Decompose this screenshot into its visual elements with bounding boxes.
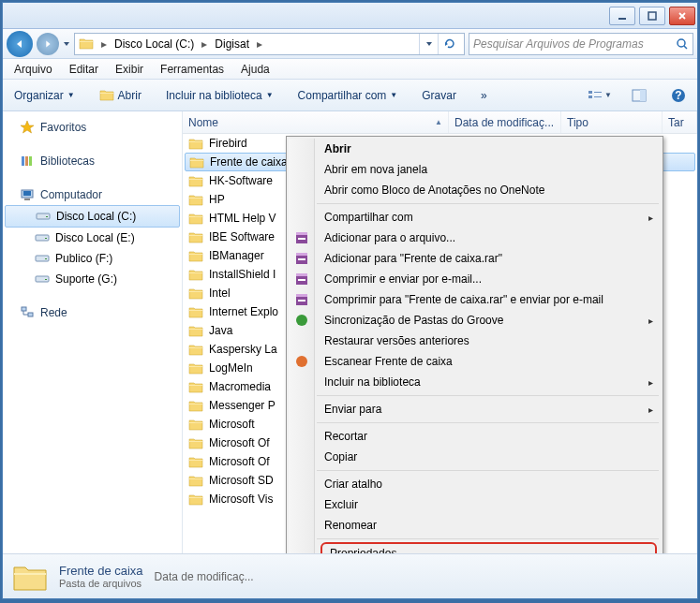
folder-icon bbox=[189, 156, 204, 169]
folder-icon bbox=[188, 437, 203, 449]
folder-icon bbox=[188, 400, 203, 412]
sidebar-drive-g[interactable]: Suporte (G:) bbox=[3, 269, 182, 289]
help-button[interactable]: ? bbox=[665, 85, 692, 106]
search-placeholder: Pesquisar Arquivos de Programas bbox=[473, 37, 644, 51]
file-name: Kaspersky La bbox=[209, 343, 277, 356]
menu-exibir[interactable]: Exibir bbox=[108, 61, 151, 78]
toolbar-more[interactable]: » bbox=[475, 85, 493, 106]
cm-add-rar[interactable]: Adicionar para "Frente de caixa.rar" bbox=[317, 248, 661, 269]
breadcrumb-sep-icon[interactable]: ▸ bbox=[200, 37, 209, 51]
cm-groove-sync[interactable]: Sincronização de Pastas do Groove bbox=[317, 310, 661, 331]
nav-history-dropdown[interactable] bbox=[63, 40, 70, 48]
menu-editar[interactable]: Editar bbox=[62, 61, 106, 78]
details-pane: Frente de caixa Pasta de arquivos Data d… bbox=[3, 553, 697, 598]
cm-restore-versions[interactable]: Restaurar versões anteriores bbox=[317, 331, 661, 351]
cm-properties[interactable]: Propriedades bbox=[320, 542, 657, 553]
file-name: HK-Software bbox=[209, 174, 273, 187]
breadcrumb-sep-icon[interactable]: ▸ bbox=[99, 37, 109, 51]
drive-icon bbox=[35, 230, 50, 245]
winrar-icon bbox=[294, 230, 309, 245]
folder-icon bbox=[188, 231, 203, 243]
file-name: Internet Explo bbox=[209, 305, 278, 318]
cm-open[interactable]: Abrir bbox=[317, 139, 661, 159]
file-name: Microsoft SD bbox=[209, 474, 274, 487]
address-dropdown[interactable] bbox=[419, 34, 438, 54]
open-button[interactable]: Abrir bbox=[94, 85, 147, 106]
file-name: HP bbox=[209, 193, 225, 206]
view-options-button[interactable]: ▼ bbox=[587, 85, 613, 106]
file-name: Macromedia bbox=[209, 380, 271, 393]
organize-button[interactable]: Organizar ▼ bbox=[8, 85, 81, 106]
menu-arquivo[interactable]: Arquivo bbox=[7, 61, 60, 78]
search-box[interactable]: Pesquisar Arquivos de Programas bbox=[469, 33, 693, 55]
cm-include-library[interactable]: Incluir na biblioteca bbox=[317, 372, 661, 392]
cm-cut[interactable]: Recortar bbox=[317, 426, 661, 447]
cm-rename[interactable]: Renomear bbox=[317, 515, 661, 536]
column-headers: Nome▲ Data de modificaç... Tipo Tar bbox=[183, 111, 697, 134]
cm-compress-rar-email[interactable]: Comprimir para "Frente de caixa.rar" e e… bbox=[317, 289, 661, 310]
details-name: Frente de caixa bbox=[59, 564, 143, 578]
burn-button[interactable]: Gravar bbox=[416, 85, 462, 106]
column-type[interactable]: Tipo bbox=[561, 111, 663, 133]
sidebar-computer[interactable]: Computador bbox=[3, 184, 182, 205]
svg-rect-21 bbox=[640, 90, 646, 101]
toolbar: Organizar ▼ Abrir Incluir na biblioteca … bbox=[3, 80, 697, 111]
folder-icon bbox=[188, 250, 203, 262]
menu-ajuda[interactable]: Ajuda bbox=[233, 61, 277, 78]
breadcrumb-sep-icon[interactable]: ▸ bbox=[255, 37, 264, 51]
sidebar-libraries[interactable]: Bibliotecas bbox=[3, 151, 182, 171]
preview-pane-button[interactable] bbox=[626, 85, 652, 106]
folder-icon bbox=[188, 138, 203, 150]
cm-compress-email[interactable]: Comprimir e enviar por e-mail... bbox=[317, 269, 661, 289]
file-name: LogMeIn bbox=[209, 361, 253, 375]
file-name: Microsoft bbox=[209, 418, 255, 431]
sidebar-drive-f[interactable]: Publico (F:) bbox=[3, 248, 182, 269]
cm-open-new-window[interactable]: Abrir em nova janela bbox=[317, 159, 661, 180]
breadcrumb-segment[interactable]: Digisat bbox=[215, 37, 249, 51]
sidebar-drive-e[interactable]: Disco Local (E:) bbox=[3, 228, 182, 248]
winrar-icon bbox=[294, 251, 309, 266]
menu-ferramentas[interactable]: Ferramentas bbox=[153, 61, 231, 78]
folder-icon bbox=[188, 475, 203, 487]
column-name[interactable]: Nome▲ bbox=[183, 111, 449, 133]
address-bar[interactable]: ▸ Disco Local (C:) ▸ Digisat ▸ bbox=[74, 33, 465, 55]
folder-icon bbox=[79, 37, 94, 50]
include-library-button[interactable]: Incluir na biblioteca ▼ bbox=[160, 85, 279, 106]
maximize-button[interactable] bbox=[639, 7, 665, 25]
svg-rect-13 bbox=[618, 18, 626, 20]
close-button[interactable] bbox=[669, 7, 695, 25]
cm-create-shortcut[interactable]: Criar atalho bbox=[317, 474, 661, 494]
nav-back-button[interactable] bbox=[7, 31, 33, 57]
sidebar-network[interactable]: Rede bbox=[3, 302, 182, 323]
minimize-button[interactable] bbox=[609, 7, 635, 25]
file-name: IBE Software bbox=[209, 230, 275, 243]
cm-delete[interactable]: Excluir bbox=[317, 494, 661, 515]
share-button[interactable]: Compartilhar com ▼ bbox=[292, 85, 404, 106]
refresh-button[interactable] bbox=[438, 34, 460, 54]
scan-icon bbox=[294, 354, 309, 369]
folder-icon bbox=[188, 493, 203, 506]
content-area: Favoritos Bibliotecas Computador Disco L… bbox=[3, 111, 697, 553]
column-date[interactable]: Data de modificaç... bbox=[449, 111, 561, 133]
folder-icon bbox=[188, 325, 203, 337]
folder-icon bbox=[188, 381, 203, 393]
nav-forward-button[interactable] bbox=[37, 33, 59, 55]
groove-icon bbox=[294, 313, 309, 328]
cm-copy[interactable]: Copiar bbox=[317, 447, 661, 467]
cm-send-to[interactable]: Enviar para bbox=[317, 399, 661, 419]
sidebar-favorites[interactable]: Favoritos bbox=[3, 117, 182, 138]
winrar-icon bbox=[294, 272, 309, 287]
cm-scan[interactable]: Escanear Frente de caixa bbox=[317, 351, 661, 372]
svg-point-24 bbox=[296, 315, 307, 326]
cm-add-archive[interactable]: Adicionar para o arquivo... bbox=[317, 228, 661, 248]
cm-share-with[interactable]: Compartilhar com bbox=[317, 207, 661, 228]
column-size[interactable]: Tar bbox=[663, 111, 697, 133]
folder-icon bbox=[188, 362, 203, 375]
details-date-label: Data de modificaç... bbox=[155, 570, 254, 583]
drive-icon bbox=[36, 209, 51, 224]
file-name: Frente de caixa bbox=[210, 155, 288, 169]
file-name: Microsoft Vis bbox=[209, 493, 273, 506]
breadcrumb-segment[interactable]: Disco Local (C:) bbox=[114, 37, 194, 51]
cm-open-onenote[interactable]: Abrir como Bloco de Anotações no OneNote bbox=[317, 180, 661, 200]
sidebar-drive-c[interactable]: Disco Local (C:) bbox=[5, 205, 180, 228]
